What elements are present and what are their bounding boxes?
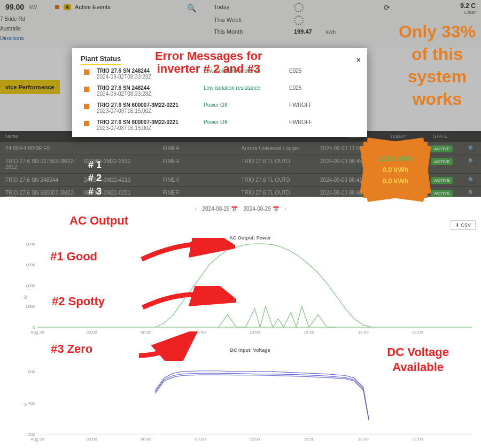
chevron-left-icon[interactable]: ‹	[190, 206, 200, 212]
svg-text:15,000: 15,000	[26, 262, 36, 267]
modal-title: Plant Status	[81, 55, 121, 65]
event-timestamp: 2024-09-02T08:33:28Z	[97, 74, 204, 80]
event-device: TRIO 27.6 SN 248244	[97, 68, 204, 74]
alert-square-icon	[84, 87, 89, 92]
svg-text:09:00: 09:00	[195, 437, 206, 442]
event-device: TRIO 27.6 SN 600007-3M22-0221	[97, 119, 204, 125]
event-device: TRIO 27.6 SN 248244	[97, 85, 204, 91]
ac-y-axis-label: W	[23, 295, 28, 299]
csv-export-button[interactable]: ⬇ CSV	[451, 220, 476, 230]
event-message: Low isolation resistance	[204, 85, 289, 91]
event-message: Power Off	[204, 102, 289, 108]
event-timestamp: 2023-07-03T16:15:00Z	[97, 125, 204, 131]
alert-square-icon	[84, 121, 89, 126]
svg-text:12:00: 12:00	[249, 330, 260, 335]
alert-square-icon	[84, 69, 89, 75]
event-timestamp: 2023-07-03T16:15:00Z	[97, 108, 204, 114]
svg-text:15:00: 15:00	[304, 437, 315, 442]
event-row: TRIO 27.6 SN 600007-3M22-02212023-07-03T…	[81, 117, 359, 134]
chevron-right-icon[interactable]: ›	[280, 206, 290, 212]
svg-text:03:00: 03:00	[87, 330, 98, 335]
svg-text:Aug 29: Aug 29	[30, 330, 44, 335]
svg-text:12:00: 12:00	[249, 437, 260, 442]
svg-text:21:00: 21:00	[412, 330, 423, 335]
svg-text:400: 400	[28, 401, 36, 406]
event-code: E025	[289, 85, 321, 91]
svg-text:20,000: 20,000	[26, 242, 36, 246]
energy-stamp: 111.6 kWh 0.0 kWh 0.0 kWh	[363, 142, 428, 198]
svg-text:06:00: 06:00	[141, 330, 152, 335]
date-picker[interactable]: ‹ 2024-08-29 📅 2024-08-29 📅 ›	[0, 206, 481, 212]
svg-text:5,000: 5,000	[26, 304, 36, 309]
svg-text:21:00: 21:00	[412, 437, 423, 442]
event-code: PWROFF	[289, 102, 321, 108]
event-row: TRIO 27.6 SN 2482442024-09-02T08:33:28ZL…	[81, 65, 359, 82]
svg-text:06:00: 06:00	[141, 437, 152, 442]
ac-output-chart: AC Output: Power 05,00010,00015,00020,00…	[26, 235, 475, 337]
alert-square-icon	[84, 104, 89, 109]
svg-text:18:00: 18:00	[358, 330, 369, 335]
event-row: TRIO 27.6 SN 2482442024-09-02T08:33:28ZL…	[81, 82, 359, 99]
svg-text:15:00: 15:00	[304, 330, 315, 335]
svg-text:18:00: 18:00	[358, 437, 369, 442]
svg-text:Aug 29: Aug 29	[30, 437, 44, 442]
event-code: E025	[289, 68, 321, 74]
stamp-line-2: 0.0 kWh	[382, 166, 408, 174]
event-timestamp: 2024-09-02T08:33:28Z	[97, 91, 204, 97]
event-row: TRIO 27.6 SN 600007-3M22-02212023-07-03T…	[81, 99, 359, 117]
calendar-icon[interactable]: 📅	[273, 206, 281, 212]
close-icon[interactable]: ×	[356, 56, 361, 64]
event-message: Low isolation resistance	[204, 68, 289, 74]
date-from[interactable]: 2024-08-29	[203, 206, 230, 212]
svg-text:09:00: 09:00	[195, 330, 206, 335]
svg-text:200: 200	[28, 432, 36, 437]
svg-text:10,000: 10,000	[26, 283, 36, 288]
svg-text:0: 0	[33, 325, 36, 330]
date-to[interactable]: 2024-08-29	[244, 206, 271, 212]
event-message: Power Off	[204, 119, 289, 125]
calendar-icon[interactable]: 📅	[231, 206, 239, 212]
svg-text:600: 600	[28, 369, 36, 374]
svg-text:03:00: 03:00	[87, 437, 98, 442]
dc-y-axis-label: V	[23, 404, 28, 406]
event-code: PWROFF	[289, 119, 321, 125]
event-device: TRIO 27.6 SN 600007-3M22-0221	[97, 102, 204, 108]
chart-title-ac: AC Output: Power	[26, 235, 475, 241]
stamp-line-1: 111.6 kWh	[378, 155, 413, 163]
dc-voltage-chart: DC Input: Voltage 200400600Aug 2903:0006…	[26, 347, 475, 444]
stamp-line-3: 0.0 kWh	[382, 177, 408, 185]
chart-title-dc: DC Input: Voltage	[26, 347, 475, 353]
plant-status-modal: Plant Status × TRIO 27.6 SN 2482442024-0…	[72, 48, 367, 137]
